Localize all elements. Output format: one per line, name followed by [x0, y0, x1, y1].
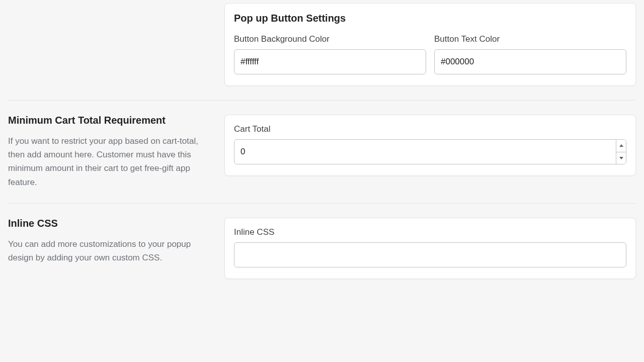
cart-section-desc: If you want to restrict your app based o…: [8, 134, 210, 189]
button-bg-color-input[interactable]: [234, 49, 426, 74]
cart-total-step-up[interactable]: [616, 140, 626, 152]
inline-css-input[interactable]: [234, 242, 626, 267]
css-left-column: Inline CSS You can add more customizatio…: [8, 218, 224, 264]
cart-total-spinner: [616, 140, 626, 164]
cart-total-section: Minimum Cart Total Requirement If you wa…: [8, 101, 636, 204]
popup-card-title: Pop up Button Settings: [234, 13, 626, 24]
chevron-down-icon: [619, 157, 623, 159]
cart-total-step-down[interactable]: [616, 152, 626, 164]
chevron-up-icon: [619, 144, 623, 147]
inline-css-card: Inline CSS: [224, 218, 636, 279]
popup-button-settings-card: Pop up Button Settings Button Background…: [224, 3, 636, 86]
popup-button-settings-section: Pop up Button Settings Button Background…: [8, 0, 636, 101]
cart-total-input[interactable]: [234, 140, 616, 164]
cart-total-input-wrap: [234, 139, 626, 164]
inline-css-label: Inline CSS: [234, 227, 626, 237]
button-bg-color-field: Button Background Color: [234, 34, 426, 74]
cart-total-field: Cart Total: [234, 124, 626, 164]
inline-css-section: Inline CSS You can add more customizatio…: [8, 204, 636, 293]
cart-section-title: Minimum Cart Total Requirement: [8, 115, 210, 126]
button-text-color-field: Button Text Color: [434, 34, 626, 74]
button-bg-color-label: Button Background Color: [234, 34, 426, 44]
cart-left-column: Minimum Cart Total Requirement If you wa…: [8, 115, 224, 189]
cart-total-label: Cart Total: [234, 124, 626, 134]
button-text-color-label: Button Text Color: [434, 34, 626, 44]
css-section-title: Inline CSS: [8, 218, 210, 229]
css-section-desc: You can add more customizations to your …: [8, 237, 210, 264]
button-text-color-input[interactable]: [434, 49, 626, 74]
inline-css-field: Inline CSS: [234, 227, 626, 267]
cart-total-card: Cart Total: [224, 115, 636, 176]
